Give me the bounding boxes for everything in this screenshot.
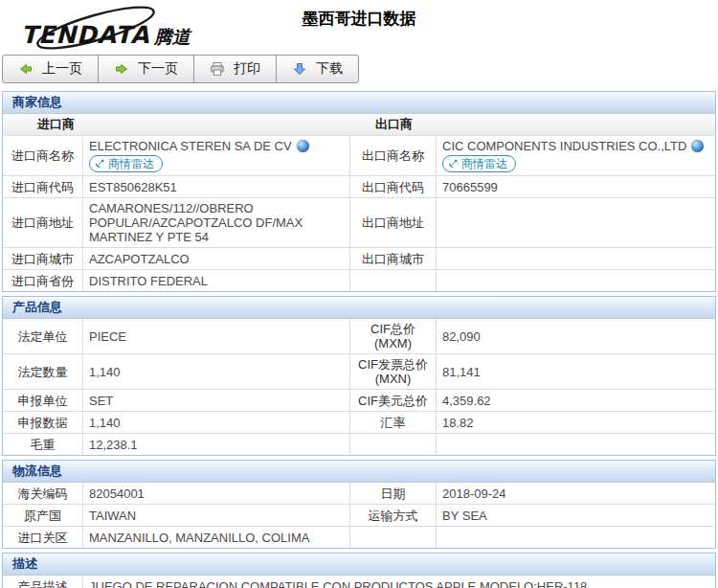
legal-qty-value: 1,140: [83, 354, 350, 389]
empty-value-cell: [437, 527, 715, 548]
satellite-dish-icon: [448, 159, 459, 170]
toolbar: 上一页 下一页 打印 下载: [2, 55, 718, 83]
page-header: TENDATA腾道 墨西哥进口数据: [0, 0, 718, 54]
importer-column-header: 进口商: [3, 114, 360, 135]
print-label: 打印: [234, 60, 260, 78]
declared-data-value: 1,140: [83, 412, 350, 433]
table-row: 申报数据 1,140 汇率 18.82: [3, 412, 715, 434]
description-section: 描述 产品描述 JUEGO DE REPARACION COMPATIBLE C…: [2, 553, 716, 588]
next-page-label: 下一页: [138, 60, 178, 78]
empty-label-cell: [350, 434, 437, 455]
exporter-city-value: [437, 248, 715, 269]
prev-page-label: 上一页: [42, 60, 82, 78]
exporter-code-label: 出口商代码: [350, 176, 437, 197]
table-row: 产品描述 JUEGO DE REPARACION COMPATIBLE CON …: [3, 576, 715, 588]
business-radar-label: 商情雷达: [461, 157, 507, 171]
product-info-section: 产品信息 法定单位 PIECE CIF总价(MXM) 82,090 法定数量 1…: [2, 296, 716, 456]
importer-name-value: ELECTRONICA STEREN SA DE CV 商情雷达: [83, 136, 350, 175]
exporter-name-label: 出口商名称: [350, 136, 437, 175]
importer-code-value: EST850628K51: [83, 176, 350, 197]
gross-weight-label: 毛重: [3, 434, 83, 455]
print-button[interactable]: 打印: [193, 55, 277, 83]
table-row: 法定数量 1,140 CIF发票总价(MXN) 81,141: [3, 354, 715, 390]
exporter-address-label: 出口商地址: [350, 198, 437, 247]
empty-label-cell: [350, 527, 437, 548]
table-row: 进口商地址 CAMARONES/112//OBRERO POPULAR/AZCA…: [3, 198, 715, 248]
import-customs-label: 进口关区: [3, 527, 83, 548]
date-value: 2018-09-24: [437, 483, 715, 504]
table-row: 进口商城市 AZCAPOTZALCO 出口商城市: [3, 248, 715, 270]
table-row: 法定单位 PIECE CIF总价(MXM) 82,090: [3, 319, 715, 354]
cif-usd-total-value: 4,359.62: [437, 390, 715, 411]
arrow-left-icon: [18, 61, 34, 77]
cif-total-label: CIF总价(MXM): [350, 319, 437, 353]
transport-mode-value: BY SEA: [437, 505, 715, 526]
business-radar-badge[interactable]: 商情雷达: [89, 155, 163, 172]
transport-mode-label: 运输方式: [350, 505, 437, 526]
cif-usd-total-label: CIF美元总价: [350, 390, 437, 411]
declared-unit-label: 申报单位: [3, 390, 83, 411]
empty-value-cell: [437, 270, 715, 291]
origin-country-label: 原产国: [3, 505, 83, 526]
legal-unit-label: 法定单位: [3, 319, 83, 353]
importer-address-value: CAMARONES/112//OBRERO POPULAR/AZCAPOTZAL…: [83, 198, 350, 247]
table-row: 海关编码 82054001 日期 2018-09-24: [3, 483, 715, 505]
table-row: 申报单位 SET CIF美元总价 4,359.62: [3, 390, 715, 412]
arrow-down-icon: [292, 61, 307, 77]
import-customs-value: MANZANILLO, MANZANILLO, COLIMA: [83, 527, 350, 548]
download-label: 下载: [316, 60, 343, 78]
empty-label-cell: [350, 270, 437, 291]
merchant-subheader: 进口商 出口商: [3, 114, 715, 136]
table-row: 进口商代码 EST850628K51 出口商代码 70665599: [3, 176, 715, 198]
gross-weight-value: 12,238.1: [83, 434, 350, 455]
exporter-address-value: [437, 198, 715, 247]
declared-data-label: 申报数据: [3, 412, 83, 433]
download-button[interactable]: 下载: [276, 55, 359, 83]
merchant-info-section: 商家信息 进口商 出口商 进口商名称 ELECTRONICA STEREN SA…: [2, 91, 716, 292]
importer-province-label: 进口商省份: [3, 270, 83, 291]
importer-name-label: 进口商名称: [3, 136, 83, 175]
logistics-info-section: 物流信息 海关编码 82054001 日期 2018-09-24 原产国 TAI…: [2, 460, 716, 549]
importer-city-label: 进口商城市: [3, 248, 83, 269]
origin-country-value: TAIWAN: [83, 505, 350, 526]
empty-value-cell: [437, 434, 715, 455]
merchant-section-title: 商家信息: [3, 92, 715, 114]
exporter-code-value: 70665599: [437, 176, 715, 197]
logistics-section-title: 物流信息: [3, 461, 715, 483]
cif-invoice-total-label: CIF发票总价(MXN): [350, 354, 437, 389]
table-row: 毛重 12,238.1: [3, 434, 715, 455]
importer-city-value: AZCAPOTZALCO: [83, 248, 350, 269]
exporter-name-text: CIC COMPONENTS INDUSTRIES CO.,LTD: [442, 139, 686, 153]
product-description-label: 产品描述: [3, 576, 83, 588]
next-page-button[interactable]: 下一页: [98, 55, 194, 83]
business-radar-label: 商情雷达: [108, 157, 154, 171]
legal-qty-label: 法定数量: [3, 354, 83, 389]
legal-unit-value: PIECE: [83, 319, 350, 353]
exporter-name-value: CIC COMPONENTS INDUSTRIES CO.,LTD 商情雷达: [437, 136, 715, 175]
business-radar-badge[interactable]: 商情雷达: [442, 155, 516, 172]
table-row: 进口关区 MANZANILLO, MANZANILLO, COLIMA: [3, 527, 715, 548]
product-section-title: 产品信息: [3, 297, 715, 319]
globe-icon[interactable]: [297, 140, 309, 152]
table-row: 原产国 TAIWAN 运输方式 BY SEA: [3, 505, 715, 527]
table-row: 进口商省份 DISTRITO FEDERAL: [3, 270, 715, 291]
page-title: 墨西哥进口数据: [0, 8, 718, 30]
cif-total-value: 82,090: [437, 319, 715, 353]
hs-code-label: 海关编码: [3, 483, 83, 504]
table-row: 进口商名称 ELECTRONICA STEREN SA DE CV 商情雷达 出…: [3, 136, 715, 176]
exchange-rate-label: 汇率: [350, 412, 437, 433]
prev-page-button[interactable]: 上一页: [2, 55, 99, 83]
arrow-right-icon: [114, 61, 129, 77]
importer-name-text: ELECTRONICA STEREN SA DE CV: [89, 139, 292, 153]
globe-icon[interactable]: [691, 140, 704, 152]
date-label: 日期: [350, 483, 437, 504]
printer-icon: [210, 61, 225, 77]
description-section-title: 描述: [3, 554, 715, 576]
importer-address-label: 进口商地址: [3, 198, 83, 247]
hs-code-value: 82054001: [83, 483, 350, 504]
brand-name-cn: 腾道: [154, 27, 191, 47]
exchange-rate-value: 18.82: [437, 412, 715, 433]
satellite-dish-icon: [95, 159, 105, 170]
exporter-column-header: 出口商: [360, 114, 715, 135]
importer-province-value: DISTRITO FEDERAL: [83, 270, 350, 291]
